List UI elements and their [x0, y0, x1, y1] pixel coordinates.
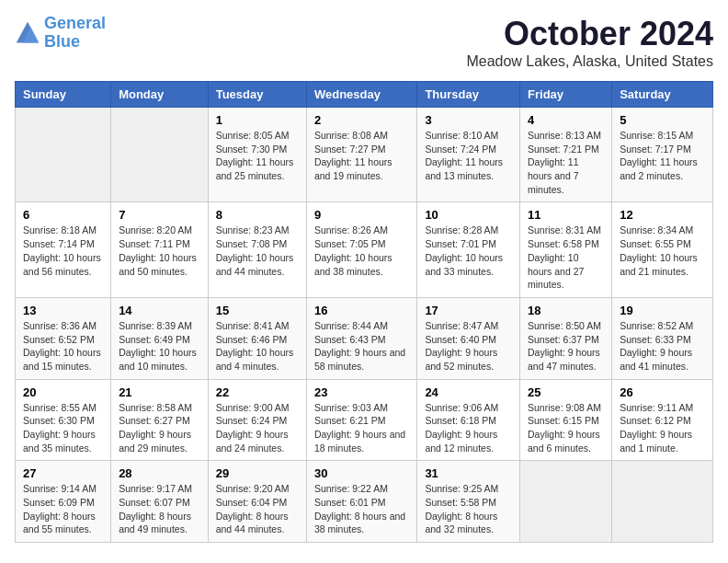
day-info: Sunrise: 9:03 AMSunset: 6:21 PMDaylight:… — [314, 401, 409, 455]
calendar-day-cell: 22Sunrise: 9:00 AMSunset: 6:24 PMDayligh… — [208, 379, 306, 461]
day-number: 15 — [216, 304, 299, 317]
calendar-day-cell — [111, 108, 209, 202]
calendar-day-cell: 29Sunrise: 9:20 AMSunset: 6:04 PMDayligh… — [208, 461, 306, 543]
calendar-day-cell: 15Sunrise: 8:41 AMSunset: 6:46 PMDayligh… — [208, 297, 306, 379]
day-info: Sunrise: 9:22 AMSunset: 6:01 PMDaylight:… — [314, 482, 409, 536]
calendar-day-cell: 28Sunrise: 9:17 AMSunset: 6:07 PMDayligh… — [111, 461, 209, 543]
day-info: Sunrise: 8:20 AMSunset: 7:11 PMDaylight:… — [119, 224, 200, 278]
header-day: Friday — [520, 82, 612, 108]
calendar-week-row: 6Sunrise: 8:18 AMSunset: 7:14 PMDaylight… — [16, 202, 713, 297]
calendar-day-cell: 30Sunrise: 9:22 AMSunset: 6:01 PMDayligh… — [306, 461, 416, 543]
day-number: 22 — [216, 385, 299, 399]
title-block: October 2024 Meadow Lakes, Alaska, Unite… — [466, 15, 713, 70]
calendar-day-cell — [612, 461, 713, 543]
day-number: 8 — [216, 208, 299, 222]
calendar-day-cell: 19Sunrise: 8:52 AMSunset: 6:33 PMDayligh… — [612, 297, 713, 379]
day-info: Sunrise: 9:00 AMSunset: 6:24 PMDaylight:… — [216, 401, 299, 455]
day-info: Sunrise: 8:26 AMSunset: 7:05 PMDaylight:… — [314, 224, 409, 278]
day-number: 30 — [314, 466, 409, 480]
day-number: 5 — [620, 113, 705, 127]
day-info: Sunrise: 8:39 AMSunset: 6:49 PMDaylight:… — [119, 319, 200, 373]
day-info: Sunrise: 8:47 AMSunset: 6:40 PMDaylight:… — [425, 319, 512, 373]
calendar-week-row: 1Sunrise: 8:05 AMSunset: 7:30 PMDaylight… — [16, 108, 713, 202]
calendar-day-cell: 4Sunrise: 8:13 AMSunset: 7:21 PMDaylight… — [520, 108, 612, 202]
day-info: Sunrise: 8:58 AMSunset: 6:27 PMDaylight:… — [119, 401, 200, 455]
day-number: 6 — [23, 208, 103, 222]
day-info: Sunrise: 8:52 AMSunset: 6:33 PMDaylight:… — [620, 319, 705, 373]
calendar-day-cell: 7Sunrise: 8:20 AMSunset: 7:11 PMDaylight… — [111, 202, 209, 297]
day-info: Sunrise: 8:10 AMSunset: 7:24 PMDaylight:… — [425, 129, 512, 183]
day-number: 13 — [23, 304, 103, 317]
day-info: Sunrise: 9:08 AMSunset: 6:15 PMDaylight:… — [528, 401, 604, 455]
calendar-day-cell: 24Sunrise: 9:06 AMSunset: 6:18 PMDayligh… — [417, 379, 520, 461]
header-day: Saturday — [612, 82, 713, 108]
day-number: 11 — [528, 208, 604, 222]
calendar-day-cell: 20Sunrise: 8:55 AMSunset: 6:30 PMDayligh… — [16, 379, 111, 461]
calendar-day-cell: 25Sunrise: 9:08 AMSunset: 6:15 PMDayligh… — [520, 379, 612, 461]
calendar-week-row: 27Sunrise: 9:14 AMSunset: 6:09 PMDayligh… — [16, 461, 713, 543]
calendar-week-row: 13Sunrise: 8:36 AMSunset: 6:52 PMDayligh… — [16, 297, 713, 379]
day-number: 16 — [314, 304, 409, 317]
header-day: Monday — [111, 82, 209, 108]
day-info: Sunrise: 8:50 AMSunset: 6:37 PMDaylight:… — [528, 319, 604, 373]
day-number: 10 — [425, 208, 512, 222]
calendar-day-cell: 8Sunrise: 8:23 AMSunset: 7:08 PMDaylight… — [208, 202, 306, 297]
day-number: 24 — [425, 385, 512, 399]
logo-icon — [15, 20, 40, 46]
day-number: 21 — [119, 385, 200, 399]
day-number: 14 — [119, 304, 200, 317]
day-number: 7 — [119, 208, 200, 222]
day-info: Sunrise: 8:28 AMSunset: 7:01 PMDaylight:… — [425, 224, 512, 278]
calendar-day-cell: 23Sunrise: 9:03 AMSunset: 6:21 PMDayligh… — [306, 379, 416, 461]
day-info: Sunrise: 8:36 AMSunset: 6:52 PMDaylight:… — [23, 319, 103, 373]
calendar-day-cell: 3Sunrise: 8:10 AMSunset: 7:24 PMDaylight… — [417, 108, 520, 202]
day-info: Sunrise: 9:06 AMSunset: 6:18 PMDaylight:… — [425, 401, 512, 455]
day-info: Sunrise: 8:23 AMSunset: 7:08 PMDaylight:… — [216, 224, 299, 278]
calendar-day-cell: 27Sunrise: 9:14 AMSunset: 6:09 PMDayligh… — [16, 461, 111, 543]
header-row: SundayMondayTuesdayWednesdayThursdayFrid… — [16, 82, 713, 108]
calendar-table: SundayMondayTuesdayWednesdayThursdayFrid… — [15, 81, 713, 543]
day-number: 4 — [528, 113, 604, 127]
main-title: October 2024 — [466, 15, 713, 53]
day-number: 19 — [620, 304, 705, 317]
day-number: 20 — [23, 385, 103, 399]
subtitle: Meadow Lakes, Alaska, United States — [466, 53, 713, 70]
day-info: Sunrise: 9:20 AMSunset: 6:04 PMDaylight:… — [216, 482, 299, 536]
day-number: 17 — [425, 304, 512, 317]
day-number: 9 — [314, 208, 409, 222]
day-info: Sunrise: 8:55 AMSunset: 6:30 PMDaylight:… — [23, 401, 103, 455]
calendar-day-cell: 18Sunrise: 8:50 AMSunset: 6:37 PMDayligh… — [520, 297, 612, 379]
day-info: Sunrise: 8:15 AMSunset: 7:17 PMDaylight:… — [620, 129, 705, 183]
calendar-day-cell: 6Sunrise: 8:18 AMSunset: 7:14 PMDaylight… — [16, 202, 111, 297]
day-info: Sunrise: 8:34 AMSunset: 6:55 PMDaylight:… — [620, 224, 705, 278]
calendar-week-row: 20Sunrise: 8:55 AMSunset: 6:30 PMDayligh… — [16, 379, 713, 461]
calendar-day-cell: 16Sunrise: 8:44 AMSunset: 6:43 PMDayligh… — [306, 297, 416, 379]
day-info: Sunrise: 8:13 AMSunset: 7:21 PMDaylight:… — [528, 129, 604, 196]
day-info: Sunrise: 8:18 AMSunset: 7:14 PMDaylight:… — [23, 224, 103, 278]
day-number: 29 — [216, 466, 299, 480]
day-info: Sunrise: 8:08 AMSunset: 7:27 PMDaylight:… — [314, 129, 409, 183]
day-info: Sunrise: 8:05 AMSunset: 7:30 PMDaylight:… — [216, 129, 299, 183]
day-number: 25 — [528, 385, 604, 399]
calendar-day-cell: 1Sunrise: 8:05 AMSunset: 7:30 PMDaylight… — [208, 108, 306, 202]
day-info: Sunrise: 9:25 AMSunset: 5:58 PMDaylight:… — [425, 482, 512, 536]
header-day: Wednesday — [306, 82, 416, 108]
day-info: Sunrise: 9:14 AMSunset: 6:09 PMDaylight:… — [23, 482, 103, 536]
calendar-day-cell: 11Sunrise: 8:31 AMSunset: 6:58 PMDayligh… — [520, 202, 612, 297]
header-day: Tuesday — [208, 82, 306, 108]
page-header: General Blue October 2024 Meadow Lakes, … — [15, 15, 713, 70]
header-day: Thursday — [417, 82, 520, 108]
day-info: Sunrise: 9:11 AMSunset: 6:12 PMDaylight:… — [620, 401, 705, 455]
day-number: 26 — [620, 385, 705, 399]
calendar-day-cell — [16, 108, 111, 202]
day-info: Sunrise: 8:44 AMSunset: 6:43 PMDaylight:… — [314, 319, 409, 373]
day-number: 3 — [425, 113, 512, 127]
day-number: 2 — [314, 113, 409, 127]
day-info: Sunrise: 8:41 AMSunset: 6:46 PMDaylight:… — [216, 319, 299, 373]
calendar-day-cell: 17Sunrise: 8:47 AMSunset: 6:40 PMDayligh… — [417, 297, 520, 379]
calendar-day-cell — [520, 461, 612, 543]
calendar-day-cell: 26Sunrise: 9:11 AMSunset: 6:12 PMDayligh… — [612, 379, 713, 461]
day-info: Sunrise: 9:17 AMSunset: 6:07 PMDaylight:… — [119, 482, 200, 536]
day-number: 28 — [119, 466, 200, 480]
day-number: 23 — [314, 385, 409, 399]
